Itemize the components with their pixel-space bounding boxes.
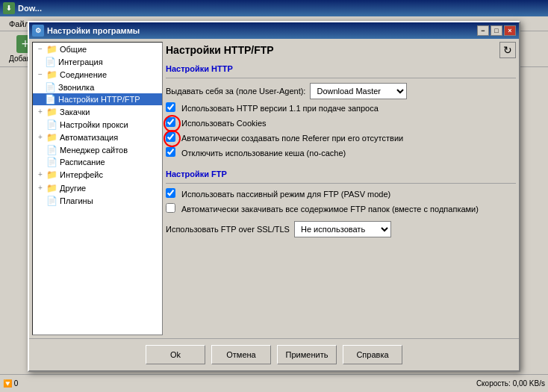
tree-item-nastrojki-proksi[interactable]: 📄 Настройки прокси <box>33 119 162 131</box>
referer-checkbox[interactable] <box>166 132 175 142</box>
ftp-folders-checkbox[interactable] <box>166 203 175 213</box>
tree-item-raspisanie[interactable]: 📄 Расписание <box>33 156 162 168</box>
folder-icon: 📁 <box>46 169 57 180</box>
toggle-icon: − <box>34 69 46 81</box>
panel-title: Настройки HTTP/FTP <box>166 44 274 56</box>
toggle-icon: + <box>34 182 46 194</box>
folder-icon: 📁 <box>46 132 57 143</box>
help-button[interactable]: Справка <box>343 345 402 364</box>
http-checkbox-1-wrap <box>166 102 178 114</box>
close-button[interactable]: × <box>504 25 516 36</box>
folder-icon: 📄 <box>46 119 57 130</box>
cancel-button[interactable]: Отмена <box>211 345 271 364</box>
minimize-button[interactable]: − <box>477 25 489 36</box>
http-checkbox-4-wrap <box>166 147 178 159</box>
user-agent-row: Выдавать себя за (поле User-Agent): Down… <box>166 83 516 99</box>
ftp-checkbox-1-row: Использовать пассивный режим для FTP (PA… <box>166 188 516 200</box>
tree-item-zakachki[interactable]: + 📁 Закачки <box>33 105 162 119</box>
folder-icon: 📄 <box>46 145 57 155</box>
ftp-checkbox-2-label: Автоматически закачивать все содержимое … <box>181 205 479 214</box>
tree-label: Звонилка <box>58 83 94 92</box>
http-section: Настройки HTTP Выдавать себя за (поле Us… <box>166 64 516 162</box>
tree-item-menedzher[interactable]: 📄 Менеджер сайтов <box>33 144 162 156</box>
nocache-checkbox[interactable] <box>166 147 175 157</box>
dialog-titlebar: ⚙ Настройки программы − □ × <box>29 22 519 39</box>
http-checkbox-3-row: Автоматически создавать поле Referer при… <box>166 132 516 144</box>
tree-label: Интеграция <box>58 57 103 66</box>
http-version-checkbox[interactable] <box>166 102 175 112</box>
dialog-title: Настройки программы <box>47 26 140 35</box>
tree-item-drugie[interactable]: + 📁 Другие <box>33 181 162 195</box>
folder-icon: 📁 <box>46 107 57 117</box>
tree-label: Общие <box>60 45 87 54</box>
refresh-button[interactable]: ↻ <box>499 42 516 58</box>
tree-label: Автоматизация <box>60 133 118 142</box>
tree-item-plaginy[interactable]: 📄 Плагины <box>33 195 162 207</box>
tree-label: Закачки <box>60 108 90 116</box>
ftp-checkbox-1-wrap <box>166 188 178 200</box>
folder-icon: 📁 <box>46 44 57 55</box>
settings-dialog: ⚙ Настройки программы − □ × − 📁 Общие 📄 <box>28 21 520 372</box>
tree-label: Соединение <box>60 70 107 79</box>
tree-label: Менеджер сайтов <box>60 146 128 155</box>
http-checkbox-1-row: Использовать HTTP версии 1.1 при подаче … <box>166 102 516 114</box>
tree-item-zvonilka[interactable]: 📄 Звонилка <box>33 81 162 93</box>
tree-item-soedinenie[interactable]: − 📁 Соединение <box>33 68 162 81</box>
pasv-checkbox[interactable] <box>166 188 175 198</box>
toggle-icon: + <box>34 106 46 118</box>
tree-label: Другие <box>60 184 86 193</box>
dialog-titlebar-left: ⚙ Настройки программы <box>32 25 140 37</box>
http-section-title: Настройки HTTP <box>166 64 516 73</box>
ssl-row: Использовать FTP over SSL/TLS Не использ… <box>166 221 516 237</box>
tree-item-interfejs[interactable]: + 📁 Интерфейс <box>33 168 162 181</box>
right-panel: Настройки HTTP/FTP ↻ Настройки HTTP Выда… <box>166 42 516 335</box>
ssl-select[interactable]: Не использовать Явный Неявный <box>294 221 391 237</box>
toggle-icon: + <box>34 169 46 181</box>
tree-label: Плагины <box>60 196 93 205</box>
http-checkbox-4-row: Отключить использование кеша (no-cache) <box>166 147 516 159</box>
folder-icon: 📄 <box>45 57 56 67</box>
tree-label: Настройки HTTP/FTP <box>58 95 140 104</box>
http-checkbox-1-label: Использовать HTTP версии 1.1 при подаче … <box>181 104 379 113</box>
http-checkbox-2-wrap <box>166 117 178 129</box>
http-checkbox-3-label: Автоматически создавать поле Referer при… <box>181 134 403 143</box>
folder-icon: 📄 <box>45 94 56 105</box>
http-divider <box>166 78 516 78</box>
dialog-buttons: Ok Отмена Применить Справка <box>29 338 519 370</box>
tree-item-avtomatizaciya[interactable]: + 📁 Автоматизация <box>33 131 162 144</box>
ftp-checkbox-2-row: Автоматически закачивать все содержимое … <box>166 203 516 215</box>
folder-icon: 📁 <box>46 183 57 193</box>
ftp-divider <box>166 183 516 184</box>
tree-item-obschie[interactable]: − 📁 Общие <box>33 43 162 56</box>
dialog-overlay: ⚙ Настройки программы − □ × − 📁 Общие 📄 <box>0 0 548 392</box>
ok-button[interactable]: Ok <box>146 345 205 364</box>
user-agent-select[interactable]: Download Master Mozilla Firefox Internet… <box>310 83 407 99</box>
tree-label: Расписание <box>60 158 105 167</box>
http-checkbox-4-label: Отключить использование кеша (no-cache) <box>181 149 346 158</box>
user-agent-label: Выдавать себя за (поле User-Agent): <box>166 87 305 96</box>
folder-icon: 📄 <box>46 157 57 167</box>
tree-item-integraciya[interactable]: 📄 Интеграция <box>33 56 162 68</box>
toggle-icon: − <box>34 43 46 55</box>
ssl-label: Использовать FTP over SSL/TLS <box>166 225 290 234</box>
dialog-icon: ⚙ <box>32 25 44 37</box>
http-checkbox-3-wrap <box>166 132 178 144</box>
settings-tree[interactable]: − 📁 Общие 📄 Интеграция − 📁 Соединение 📄 … <box>32 42 163 335</box>
tree-item-http-ftp[interactable]: 📄 Настройки HTTP/FTP <box>33 93 162 105</box>
folder-icon: 📄 <box>45 82 56 93</box>
tree-label: Настройки прокси <box>60 120 128 129</box>
ftp-section: Настройки FTP Использовать пассивный реж… <box>166 169 516 240</box>
ftp-section-title: Настройки FTP <box>166 169 516 178</box>
folder-icon: 📄 <box>46 196 57 206</box>
ftp-checkbox-2-wrap <box>166 203 178 215</box>
http-checkbox-2-label: Использовать Cookies <box>181 119 267 128</box>
dialog-body: − 📁 Общие 📄 Интеграция − 📁 Соединение 📄 … <box>29 39 519 338</box>
apply-button[interactable]: Применить <box>277 345 337 364</box>
dialog-controls: − □ × <box>477 25 516 36</box>
maximize-button[interactable]: □ <box>491 25 502 36</box>
cookies-checkbox[interactable] <box>166 117 175 127</box>
http-checkbox-2-row: Использовать Cookies <box>166 117 516 129</box>
folder-icon: 📁 <box>46 69 57 80</box>
toggle-icon: + <box>34 131 46 143</box>
ftp-checkbox-1-label: Использовать пассивный режим для FTP (PA… <box>181 190 390 199</box>
